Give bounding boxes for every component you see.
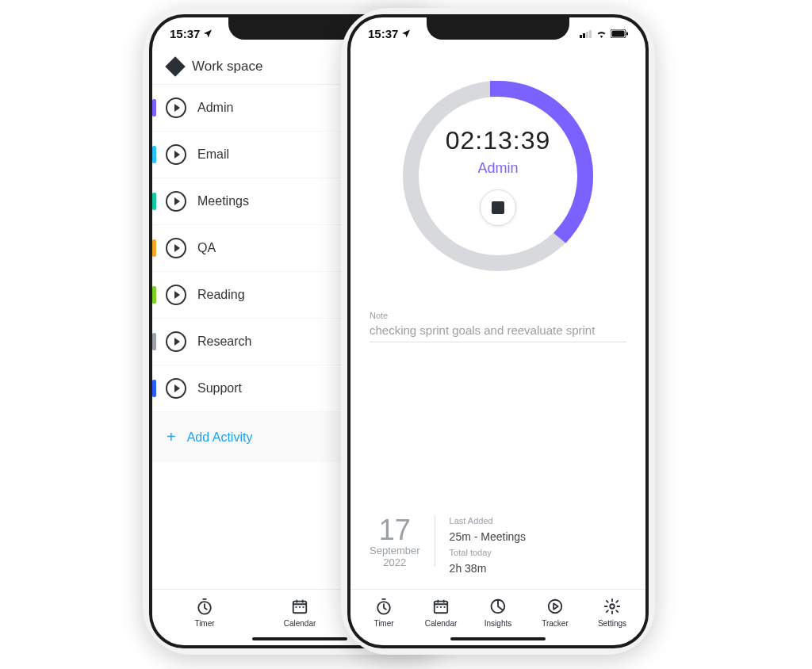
progress-ring [395, 73, 601, 279]
tab-timer[interactable]: Timer [182, 598, 227, 628]
tab-insights[interactable]: Insights [476, 598, 520, 628]
plus-icon: + [167, 428, 176, 446]
calendar-icon [291, 598, 308, 617]
stopwatch-icon [196, 598, 213, 617]
date-month: September [370, 545, 420, 556]
pie-icon [489, 598, 507, 617]
svg-rect-26 [444, 606, 446, 608]
date-year: 2022 [383, 556, 406, 568]
home-indicator [252, 637, 347, 640]
svg-rect-11 [299, 606, 301, 608]
activity-color [152, 333, 156, 350]
svg-rect-14 [583, 33, 585, 38]
summary-row: 17 September 2022 Last Added 25m - Meeti… [350, 516, 645, 589]
activity-color [152, 193, 156, 210]
divider [435, 516, 435, 567]
notch [427, 17, 569, 40]
activity-color [152, 380, 156, 397]
total-today-label: Total today [450, 548, 526, 557]
workspace-label: Work space [192, 59, 262, 75]
svg-rect-12 [303, 606, 304, 608]
svg-rect-7 [202, 598, 207, 600]
play-icon[interactable] [166, 378, 186, 399]
phone-frame-right: 15:37 [341, 8, 655, 655]
svg-rect-24 [437, 606, 439, 608]
activity-label: Research [197, 334, 251, 349]
tab-settings[interactable]: Settings [590, 598, 634, 628]
tracker-icon [546, 598, 564, 617]
activity-label: Admin [197, 101, 233, 115]
date-day: 17 [379, 516, 411, 545]
note-area[interactable]: Note checking sprint goals and reevaluat… [350, 279, 645, 342]
activity-label: QA [197, 241, 216, 255]
screen-timer: 15:37 [350, 17, 645, 645]
svg-rect-16 [589, 30, 592, 38]
add-activity-label: Add Activity [187, 430, 253, 445]
svg-point-28 [610, 604, 615, 609]
play-icon[interactable] [166, 191, 186, 212]
status-time: 15:37 [170, 27, 200, 40]
svg-rect-15 [586, 32, 588, 38]
stats-column: Last Added 25m - Meetings Total today 2h… [450, 516, 526, 575]
svg-point-27 [549, 600, 562, 614]
activity-label: Support [197, 381, 242, 396]
activity-color [152, 239, 156, 257]
location-icon [203, 27, 213, 40]
activity-label: Email [197, 147, 229, 162]
play-icon[interactable] [166, 285, 186, 305]
tab-calendar[interactable]: Calendar [278, 598, 322, 628]
gear-icon [603, 598, 621, 617]
signal-icon [580, 27, 592, 40]
play-icon[interactable] [166, 331, 186, 352]
home-indicator [450, 637, 546, 640]
svg-rect-18 [612, 30, 625, 36]
note-text[interactable]: checking sprint goals and reevaluate spr… [370, 320, 626, 342]
status-time: 15:37 [368, 27, 398, 40]
last-added-value: 25m - Meetings [450, 530, 526, 543]
activity-color [152, 146, 156, 163]
svg-rect-21 [381, 598, 386, 600]
svg-rect-25 [440, 606, 442, 608]
activity-label: Meetings [197, 194, 249, 208]
location-icon [401, 27, 411, 40]
tab-timer[interactable]: Timer [362, 598, 406, 628]
last-added-label: Last Added [450, 516, 526, 526]
activity-label: Reading [197, 288, 245, 302]
workspace-icon [165, 56, 185, 76]
tab-calendar[interactable]: Calendar [419, 598, 463, 628]
stopwatch-icon [375, 598, 393, 617]
activity-color [152, 99, 156, 117]
tab-tracker[interactable]: Tracker [533, 598, 577, 628]
play-icon[interactable] [166, 97, 186, 118]
svg-rect-13 [580, 35, 582, 38]
play-icon[interactable] [166, 144, 186, 165]
wifi-icon [596, 27, 607, 40]
svg-rect-19 [626, 32, 628, 35]
activity-color [152, 286, 156, 304]
battery-icon [611, 27, 628, 40]
calendar-icon [432, 598, 450, 617]
total-today-value: 2h 38m [450, 562, 526, 575]
note-label: Note [370, 311, 626, 320]
play-icon[interactable] [166, 238, 186, 258]
tab-bar: Timer Calendar Insights [350, 589, 645, 634]
date-column: 17 September 2022 [370, 516, 420, 568]
timer-ring: 02:13:39 Admin [350, 49, 645, 279]
svg-rect-10 [296, 606, 297, 608]
